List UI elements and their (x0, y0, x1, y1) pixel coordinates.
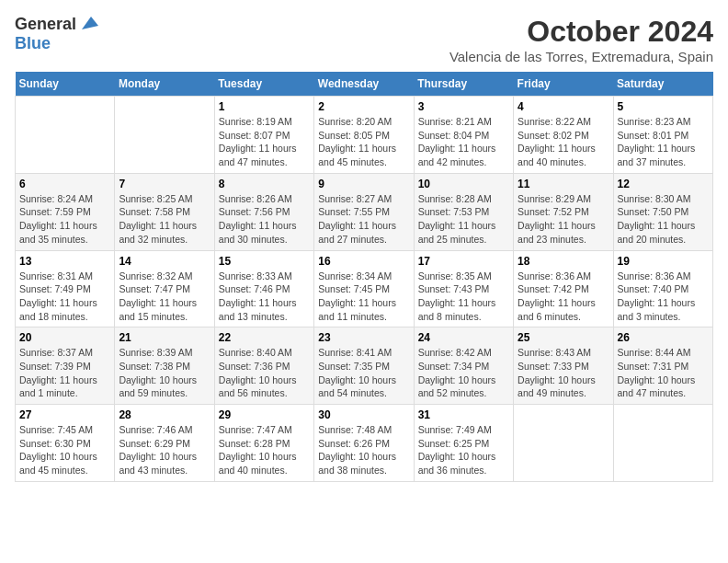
header-row: SundayMondayTuesdayWednesdayThursdayFrid… (16, 72, 713, 97)
calendar-cell: 30Sunrise: 7:48 AMSunset: 6:26 PMDayligh… (314, 405, 414, 482)
day-number: 10 (418, 178, 509, 190)
day-info: Sunrise: 7:45 AMSunset: 6:30 PMDaylight:… (19, 423, 110, 477)
calendar-cell: 22Sunrise: 8:40 AMSunset: 7:36 PMDayligh… (214, 327, 313, 405)
day-number: 6 (19, 178, 110, 190)
header-friday: Friday (514, 72, 613, 97)
day-number: 2 (318, 100, 409, 113)
calendar-cell (16, 97, 115, 174)
day-info: Sunrise: 8:28 AMSunset: 7:53 PMDaylight:… (418, 192, 509, 247)
calendar-cell: 28Sunrise: 7:46 AMSunset: 6:29 PMDayligh… (115, 405, 214, 482)
day-info: Sunrise: 8:37 AMSunset: 7:39 PMDaylight:… (19, 346, 110, 400)
calendar-cell: 14Sunrise: 8:32 AMSunset: 7:47 PMDayligh… (115, 250, 214, 327)
week-row-2: 13Sunrise: 8:31 AMSunset: 7:49 PMDayligh… (16, 250, 713, 327)
week-row-4: 27Sunrise: 7:45 AMSunset: 6:30 PMDayligh… (16, 405, 713, 482)
day-info: Sunrise: 7:47 AMSunset: 6:28 PMDaylight:… (219, 423, 310, 477)
day-info: Sunrise: 8:21 AMSunset: 8:04 PMDaylight:… (418, 115, 509, 169)
calendar-cell (115, 97, 214, 174)
day-number: 12 (618, 178, 709, 190)
calendar-cell: 26Sunrise: 8:44 AMSunset: 7:31 PMDayligh… (613, 327, 712, 405)
day-number: 15 (219, 255, 310, 268)
week-row-3: 20Sunrise: 8:37 AMSunset: 7:39 PMDayligh… (16, 327, 713, 405)
day-number: 9 (318, 178, 409, 190)
day-number: 29 (219, 408, 310, 421)
calendar-cell: 12Sunrise: 8:30 AMSunset: 7:50 PMDayligh… (613, 173, 712, 250)
day-number: 28 (119, 408, 210, 421)
day-info: Sunrise: 8:30 AMSunset: 7:50 PMDaylight:… (618, 192, 709, 247)
location-title: Valencia de las Torres, Extremadura, Spa… (449, 49, 713, 64)
month-title: October 2024 (449, 15, 713, 49)
header-saturday: Saturday (613, 72, 712, 97)
header-monday: Monday (115, 72, 214, 97)
calendar-cell: 16Sunrise: 8:34 AMSunset: 7:45 PMDayligh… (314, 250, 414, 327)
calendar-cell: 13Sunrise: 8:31 AMSunset: 7:49 PMDayligh… (16, 250, 115, 327)
title-area: October 2024 Valencia de las Torres, Ext… (449, 15, 713, 64)
day-info: Sunrise: 8:25 AMSunset: 7:58 PMDaylight:… (119, 192, 210, 247)
calendar-cell: 9Sunrise: 8:27 AMSunset: 7:55 PMDaylight… (314, 173, 414, 250)
day-info: Sunrise: 7:49 AMSunset: 6:25 PMDaylight:… (418, 423, 509, 477)
day-number: 13 (19, 255, 110, 268)
day-info: Sunrise: 8:35 AMSunset: 7:43 PMDaylight:… (418, 270, 509, 324)
day-info: Sunrise: 8:27 AMSunset: 7:55 PMDaylight:… (318, 192, 409, 247)
day-info: Sunrise: 8:39 AMSunset: 7:38 PMDaylight:… (119, 346, 210, 400)
day-info: Sunrise: 8:24 AMSunset: 7:59 PMDaylight:… (19, 192, 110, 247)
day-info: Sunrise: 8:43 AMSunset: 7:33 PMDaylight:… (518, 346, 609, 400)
calendar-cell: 27Sunrise: 7:45 AMSunset: 6:30 PMDayligh… (16, 405, 115, 482)
day-number: 21 (119, 331, 210, 344)
calendar-cell: 29Sunrise: 7:47 AMSunset: 6:28 PMDayligh… (214, 405, 313, 482)
day-info: Sunrise: 8:33 AMSunset: 7:46 PMDaylight:… (219, 270, 310, 324)
header-sunday: Sunday (16, 72, 115, 97)
day-number: 19 (618, 255, 709, 268)
day-number: 17 (418, 255, 509, 268)
header: General Blue October 2024 Valencia de la… (15, 15, 713, 64)
calendar-cell: 4Sunrise: 8:22 AMSunset: 8:02 PMDaylight… (514, 97, 613, 174)
day-number: 5 (618, 100, 709, 113)
day-number: 7 (119, 178, 210, 190)
calendar-table: SundayMondayTuesdayWednesdayThursdayFrid… (15, 72, 713, 482)
day-number: 22 (219, 331, 310, 344)
calendar-cell (613, 405, 712, 482)
calendar-cell: 18Sunrise: 8:36 AMSunset: 7:42 PMDayligh… (514, 250, 613, 327)
week-row-1: 6Sunrise: 8:24 AMSunset: 7:59 PMDaylight… (16, 173, 713, 250)
day-number: 30 (318, 408, 409, 421)
day-info: Sunrise: 8:29 AMSunset: 7:52 PMDaylight:… (518, 192, 609, 247)
day-info: Sunrise: 8:36 AMSunset: 7:40 PMDaylight:… (618, 270, 709, 324)
day-number: 11 (518, 178, 609, 190)
logo-blue-text: Blue (15, 34, 51, 52)
day-info: Sunrise: 8:26 AMSunset: 7:56 PMDaylight:… (219, 192, 310, 247)
day-number: 24 (418, 331, 509, 344)
day-info: Sunrise: 8:20 AMSunset: 8:05 PMDaylight:… (318, 115, 409, 169)
day-number: 8 (219, 178, 310, 190)
calendar-cell: 6Sunrise: 8:24 AMSunset: 7:59 PMDaylight… (16, 173, 115, 250)
calendar-cell: 31Sunrise: 7:49 AMSunset: 6:25 PMDayligh… (414, 405, 513, 482)
day-info: Sunrise: 8:19 AMSunset: 8:07 PMDaylight:… (219, 115, 310, 169)
calendar-cell: 17Sunrise: 8:35 AMSunset: 7:43 PMDayligh… (414, 250, 513, 327)
day-info: Sunrise: 8:31 AMSunset: 7:49 PMDaylight:… (19, 270, 110, 324)
day-number: 4 (518, 100, 609, 113)
calendar-cell: 1Sunrise: 8:19 AMSunset: 8:07 PMDaylight… (214, 97, 313, 174)
calendar-cell: 15Sunrise: 8:33 AMSunset: 7:46 PMDayligh… (214, 250, 313, 327)
day-number: 25 (518, 331, 609, 344)
calendar-cell: 8Sunrise: 8:26 AMSunset: 7:56 PMDaylight… (214, 173, 313, 250)
svg-marker-0 (82, 17, 98, 29)
calendar-cell (514, 405, 613, 482)
day-info: Sunrise: 7:46 AMSunset: 6:29 PMDaylight:… (119, 423, 210, 477)
day-info: Sunrise: 8:41 AMSunset: 7:35 PMDaylight:… (318, 346, 409, 400)
logo-general-text: General (15, 15, 76, 34)
day-info: Sunrise: 8:42 AMSunset: 7:34 PMDaylight:… (418, 346, 509, 400)
day-info: Sunrise: 8:22 AMSunset: 8:02 PMDaylight:… (518, 115, 609, 169)
header-thursday: Thursday (414, 72, 513, 97)
calendar-cell: 19Sunrise: 8:36 AMSunset: 7:40 PMDayligh… (613, 250, 712, 327)
day-info: Sunrise: 8:36 AMSunset: 7:42 PMDaylight:… (518, 270, 609, 324)
logo: General Blue (15, 15, 98, 53)
calendar-cell: 24Sunrise: 8:42 AMSunset: 7:34 PMDayligh… (414, 327, 513, 405)
day-number: 18 (518, 255, 609, 268)
calendar-cell: 20Sunrise: 8:37 AMSunset: 7:39 PMDayligh… (16, 327, 115, 405)
calendar-cell: 2Sunrise: 8:20 AMSunset: 8:05 PMDaylight… (314, 97, 414, 174)
day-number: 23 (318, 331, 409, 344)
calendar-cell: 21Sunrise: 8:39 AMSunset: 7:38 PMDayligh… (115, 327, 214, 405)
calendar-cell: 23Sunrise: 8:41 AMSunset: 7:35 PMDayligh… (314, 327, 414, 405)
day-info: Sunrise: 8:44 AMSunset: 7:31 PMDaylight:… (618, 346, 709, 400)
day-info: Sunrise: 8:40 AMSunset: 7:36 PMDaylight:… (219, 346, 310, 400)
day-number: 31 (418, 408, 509, 421)
day-number: 27 (19, 408, 110, 421)
